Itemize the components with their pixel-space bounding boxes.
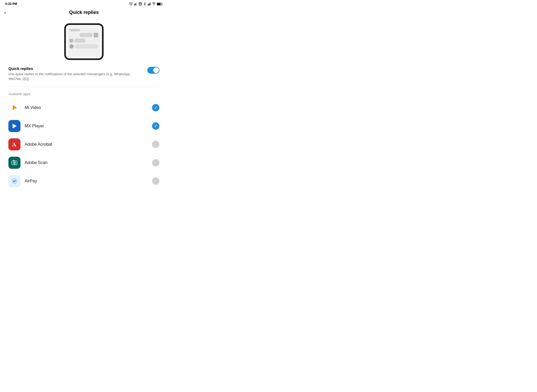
svg-rect-2 [135, 4, 135, 6]
mx-player-icon-svg [11, 123, 18, 129]
wifi-icon [152, 2, 156, 6]
svg-point-20 [14, 162, 15, 164]
status-time: 5:33 PM [5, 2, 17, 6]
phone-square2 [69, 39, 73, 42]
svg-marker-15 [13, 105, 17, 110]
app-name: Mi Video [25, 105, 152, 110]
battery-icon [157, 2, 163, 6]
app-checkbox-unchecked[interactable] [152, 159, 159, 166]
svg-rect-7 [148, 4, 148, 6]
svg-rect-9 [149, 3, 150, 6]
page-title: Quick replies [69, 10, 99, 15]
svg-marker-16 [13, 124, 17, 128]
list-item[interactable]: MX Player [0, 117, 168, 135]
quick-replies-text: Quick replies Use quick replies in the n… [8, 66, 143, 81]
app-checkbox-checked[interactable] [152, 104, 159, 111]
quick-replies-section: Quick replies Use quick replies in the n… [0, 66, 168, 81]
bluetooth-icon [143, 2, 146, 6]
quick-replies-description: Use quick replies in the notifications o… [8, 72, 143, 81]
phone-frame [64, 23, 104, 60]
adobe-scan-icon [8, 157, 20, 169]
phone-illustration [0, 23, 168, 60]
mi-video-icon-svg [11, 104, 18, 111]
phone-screen [68, 28, 100, 56]
quick-replies-title: Quick replies [8, 66, 143, 71]
airpay-icon [8, 175, 20, 187]
app-name: Adobe Scan [25, 160, 152, 165]
svg-rect-3 [136, 3, 136, 6]
divider [8, 86, 159, 87]
list-item[interactable]: Adobe Scan [0, 154, 168, 172]
signal-icon [134, 2, 137, 6]
app-name: AirPay [25, 179, 152, 183]
alarm-icon [129, 2, 133, 6]
quick-replies-toggle[interactable] [147, 67, 159, 74]
status-icons [129, 2, 163, 6]
list-item[interactable]: AirPay [0, 172, 168, 190]
list-item[interactable]: Mi Video [0, 99, 168, 117]
list-item[interactable]: A Adobe Acrobat [0, 135, 168, 154]
phone-bottom-bar [69, 44, 98, 48]
mx-player-icon [8, 120, 20, 132]
phone-bubble2 [74, 39, 86, 43]
adobe-acrobat-icon: A [8, 138, 20, 150]
app-checkbox-unchecked[interactable] [152, 141, 159, 148]
status-bar: 5:33 PM [0, 0, 168, 7]
svg-text:A: A [12, 141, 16, 148]
svg-point-11 [154, 5, 154, 5]
airpay-icon-svg [11, 177, 18, 185]
app-name: Adobe Acrobat [25, 142, 152, 147]
svg-rect-1 [134, 4, 135, 6]
signal2-icon [147, 2, 151, 6]
phone-row2 [69, 33, 98, 37]
simcard-icon [138, 2, 142, 6]
available-apps-label: Available apps [0, 92, 168, 96]
back-button[interactable]: ‹ [4, 9, 6, 15]
svg-rect-4 [136, 2, 137, 6]
header: ‹ Quick replies [0, 7, 168, 18]
app-name: MX Player [25, 124, 152, 128]
svg-rect-14 [157, 3, 160, 5]
svg-rect-13 [162, 3, 162, 4]
phone-row3 [69, 39, 98, 43]
svg-rect-8 [148, 4, 149, 6]
app-checkbox-unchecked[interactable] [152, 177, 159, 185]
app-checkbox-checked[interactable] [152, 122, 159, 130]
phone-bubble1 [79, 33, 93, 37]
adobe-scan-icon-svg [11, 159, 18, 166]
svg-rect-21 [13, 160, 14, 161]
adobe-acrobat-icon-svg: A [11, 141, 18, 148]
phone-input-bar [75, 45, 98, 48]
mi-video-icon [8, 102, 20, 114]
phone-square1 [94, 33, 98, 37]
phone-line1 [69, 29, 80, 31]
phone-circle [69, 44, 74, 48]
svg-rect-10 [150, 2, 151, 6]
svg-rect-6 [139, 3, 141, 4]
